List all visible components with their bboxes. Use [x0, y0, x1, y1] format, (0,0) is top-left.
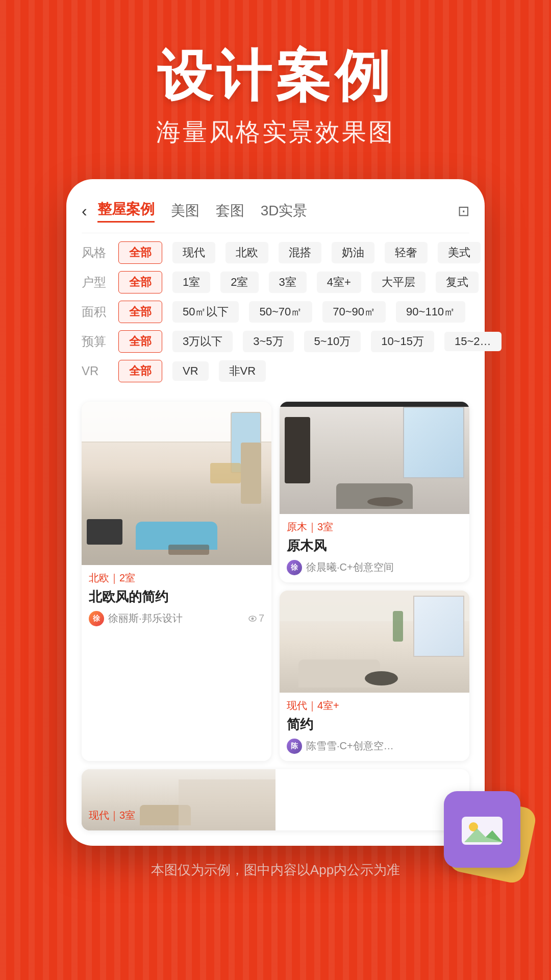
filter-budget-15[interactable]: 15~2…	[444, 332, 502, 351]
filter-area-50-70[interactable]: 50~70㎡	[249, 301, 312, 323]
card-2-avatar: 徐	[287, 560, 302, 575]
bookmark-icon[interactable]: ⊡	[458, 203, 469, 219]
tab-whole-case[interactable]: 整屋案例	[97, 200, 155, 223]
card-1-avatar: 徐	[89, 611, 104, 626]
card-2[interactable]: 原木｜3室 原木风 徐 徐晨曦·C+创意空间	[280, 402, 469, 582]
filter-room-duplex[interactable]: 复式	[436, 272, 479, 293]
filter-budget-all[interactable]: 全部	[118, 330, 162, 353]
photo-icon-card	[444, 791, 520, 868]
card-4-style: 现代｜4室+	[287, 699, 462, 713]
card-1-designer: 徐丽斯·邦乐设计	[108, 611, 183, 625]
tab-photo[interactable]: 美图	[171, 201, 199, 220]
card-4-avatar: 陈	[287, 739, 302, 754]
eye-icon	[248, 615, 257, 623]
card-1[interactable]: 北欧｜2室 北欧风的简约 徐 徐丽斯·邦乐设计 7	[82, 402, 271, 761]
filter-room-large[interactable]: 大平层	[371, 272, 425, 293]
card-2-style: 原木｜3室	[287, 520, 462, 534]
filter-section: 风格 全部 现代 北欧 混搭 奶油 轻奢 美式 户型 全部 1室 2室 3室 4…	[82, 233, 469, 398]
filter-label-vr: VR	[82, 364, 108, 378]
card-2-title: 原木风	[287, 537, 462, 555]
tab-set[interactable]: 套图	[216, 201, 244, 220]
svg-point-1	[251, 617, 254, 620]
filter-style-modern[interactable]: 现代	[172, 242, 215, 263]
filter-budget-5-10[interactable]: 5~10万	[304, 331, 361, 352]
filter-style-cream[interactable]: 奶油	[332, 242, 374, 263]
filter-area-70-90[interactable]: 70~90㎡	[322, 301, 386, 323]
card-4-info: 现代｜4室+ 简约 陈 陈雪雪·C+创意空…	[280, 693, 469, 761]
card-3-partial[interactable]: 现代｜3室	[82, 769, 469, 830]
card-1-meta: 徐 徐丽斯·邦乐设计 7	[89, 611, 264, 626]
card-2-info: 原木｜3室 原木风 徐 徐晨曦·C+创意空间	[280, 514, 469, 582]
sub-title: 海量风格实景效果图	[156, 116, 395, 149]
filter-vr-yes[interactable]: VR	[172, 361, 209, 381]
filter-room-all[interactable]: 全部	[118, 271, 162, 293]
card-2-designer: 徐晨曦·C+创意空间	[306, 560, 394, 574]
filter-row-style: 风格 全部 现代 北欧 混搭 奶油 轻奢 美式	[82, 241, 469, 264]
nav-tabs: 整屋案例 美图 套图 3D实景	[97, 200, 458, 223]
back-button[interactable]: ‹	[82, 202, 87, 220]
filter-style-nordic[interactable]: 北欧	[226, 242, 268, 263]
filter-room-1[interactable]: 1室	[172, 272, 210, 293]
card-1-views: 7	[248, 612, 264, 624]
photo-decoration	[444, 791, 520, 868]
filter-room-2[interactable]: 2室	[220, 272, 258, 293]
filter-area-50[interactable]: 50㎡以下	[172, 301, 239, 323]
card-2-meta: 徐 徐晨曦·C+创意空间	[287, 560, 462, 575]
filter-label-room: 户型	[82, 274, 108, 290]
footer-note: 本图仅为示例，图中内容以App内公示为准	[151, 861, 400, 899]
card-4[interactable]: 现代｜4室+ 简约 陈 陈雪雪·C+创意空…	[280, 591, 469, 761]
filter-style-light[interactable]: 轻奢	[385, 242, 428, 263]
filter-label-area: 面积	[82, 304, 108, 320]
filter-label-budget: 预算	[82, 333, 108, 350]
filter-row-budget: 预算 全部 3万以下 3~5万 5~10万 10~15万 15~2…	[82, 330, 469, 353]
card-3-label: 现代｜3室	[82, 803, 469, 830]
filter-row-room: 户型 全部 1室 2室 3室 4室+ 大平层 复式	[82, 271, 469, 293]
card-4-meta: 陈 陈雪雪·C+创意空…	[287, 739, 462, 754]
filter-row-area: 面积 全部 50㎡以下 50~70㎡ 70~90㎡ 90~110㎡	[82, 301, 469, 323]
filter-style-mix[interactable]: 混搭	[279, 242, 321, 263]
card-4-designer: 陈雪雪·C+创意空…	[306, 739, 394, 753]
filter-vr-no[interactable]: 非VR	[219, 360, 266, 382]
filter-style-all[interactable]: 全部	[118, 241, 162, 264]
main-title: 设计案例	[156, 46, 395, 107]
filter-budget-10-15[interactable]: 10~15万	[371, 331, 434, 352]
filter-vr-all[interactable]: 全部	[118, 360, 162, 382]
card-1-title: 北欧风的简约	[89, 588, 264, 606]
card-1-info: 北欧｜2室 北欧风的简约 徐 徐丽斯·邦乐设计 7	[82, 565, 271, 633]
tab-3d[interactable]: 3D实景	[261, 201, 308, 220]
right-column: 原木｜3室 原木风 徐 徐晨曦·C+创意空间	[280, 402, 469, 761]
card-1-style: 北欧｜2室	[89, 571, 264, 585]
nav-bar: ‹ 整屋案例 美图 套图 3D实景 ⊡	[82, 194, 469, 233]
phone-mockup: ‹ 整屋案例 美图 套图 3D实景 ⊡ 风格 全部 现代 北欧 混搭 奶油 轻奢…	[66, 179, 485, 846]
card-4-title: 简约	[287, 716, 462, 733]
filter-budget-3-5[interactable]: 3~5万	[243, 331, 293, 352]
filter-area-all[interactable]: 全部	[118, 301, 162, 323]
header-section: 设计案例 海量风格实景效果图	[156, 0, 395, 149]
filter-room-4[interactable]: 4室+	[317, 272, 361, 293]
page-container: 设计案例 海量风格实景效果图 ‹ 整屋案例 美图 套图 3D实景 ⊡ 风格 全部…	[0, 0, 551, 980]
card-3-style: 现代｜3室	[89, 808, 462, 822]
filter-room-3[interactable]: 3室	[269, 272, 307, 293]
filter-area-90-110[interactable]: 90~110㎡	[396, 301, 465, 323]
content-grid: 北欧｜2室 北欧风的简约 徐 徐丽斯·邦乐设计 7	[82, 402, 469, 761]
photo-icon	[459, 809, 505, 850]
filter-label-style: 风格	[82, 244, 108, 261]
filter-style-american[interactable]: 美式	[438, 242, 481, 263]
filter-budget-3[interactable]: 3万以下	[172, 331, 233, 352]
filter-row-vr: VR 全部 VR 非VR	[82, 360, 469, 382]
